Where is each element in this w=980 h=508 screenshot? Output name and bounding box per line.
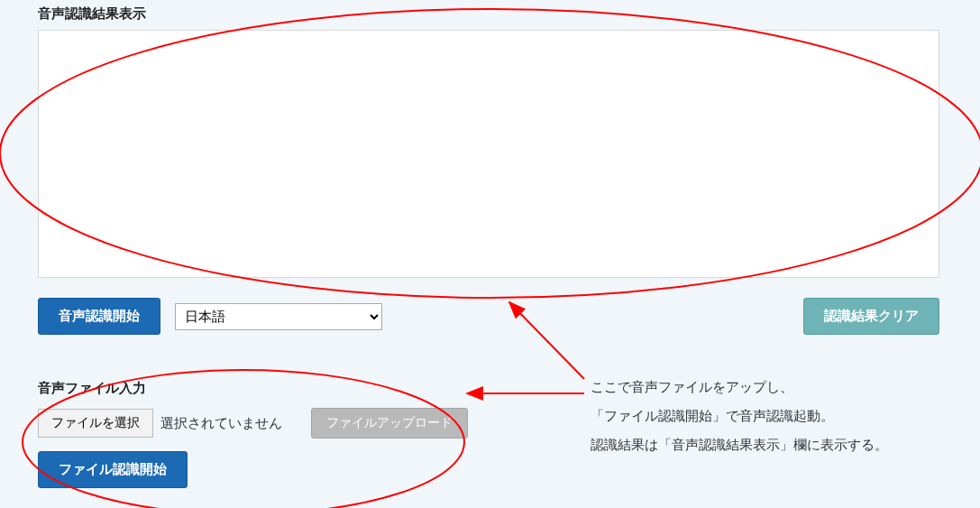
result-controls-row: 音声認識開始 日本語 認識結果クリア: [38, 298, 939, 335]
choose-file-button[interactable]: ファイルを選択: [38, 409, 153, 438]
file-row: ファイルを選択 選択されていません ファイルアップロード: [38, 408, 942, 439]
language-select[interactable]: 日本語: [175, 303, 382, 330]
file-input-section: 音声ファイル入力 ファイルを選択 選択されていません ファイルアップロード ファ…: [38, 380, 942, 488]
result-heading: 音声認識結果表示: [38, 5, 942, 26]
speech-result-section: 音声認識結果表示 音声認識開始 日本語 認識結果クリア: [38, 0, 942, 335]
start-recognition-button[interactable]: 音声認識開始: [38, 298, 160, 335]
file-upload-button[interactable]: ファイルアップロード: [311, 408, 468, 439]
file-heading: 音声ファイル入力: [38, 380, 942, 401]
file-status-text: 選択されていません: [160, 415, 282, 432]
file-recognize-button[interactable]: ファイル認識開始: [38, 451, 188, 488]
clear-result-button[interactable]: 認識結果クリア: [803, 298, 939, 335]
result-textarea[interactable]: [38, 30, 939, 278]
